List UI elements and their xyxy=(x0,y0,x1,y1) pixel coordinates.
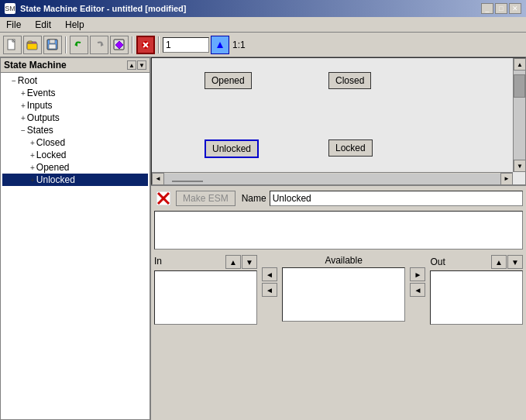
state-closed[interactable]: Closed xyxy=(328,72,371,89)
step-add-button[interactable] xyxy=(211,36,229,54)
tree-node-outputs[interactable]: + Outputs xyxy=(2,112,148,124)
make-esm-button[interactable]: Make ESM xyxy=(176,191,235,206)
canvas-vscrollbar[interactable]: ▲ ▼ xyxy=(513,58,525,172)
out-down-btn[interactable]: ▼ xyxy=(507,255,523,269)
zoom-label: 1:1 xyxy=(232,40,246,50)
name-label: Name xyxy=(242,193,266,204)
state-unlocked[interactable]: Unlocked xyxy=(205,139,259,158)
undo-button[interactable] xyxy=(70,36,88,54)
menu-edit[interactable]: Edit xyxy=(32,19,54,31)
stop-button[interactable] xyxy=(136,36,155,54)
title-bar: SM State Machine Editor - untitled [modi… xyxy=(0,0,526,17)
menu-help[interactable]: Help xyxy=(62,19,88,31)
right-panel: Opened Closed Unlocked Locked ▲ ▼ ◄ xyxy=(151,57,526,420)
separator-3 xyxy=(158,36,160,53)
window-controls: _ □ ✕ xyxy=(481,3,521,14)
tree-header-label: State Machine xyxy=(4,60,67,71)
tree-body: − Root + Events + Inputs + Outputs − Sta… xyxy=(0,72,150,420)
in-listbox[interactable] xyxy=(154,270,257,325)
state-opened[interactable]: Opened xyxy=(205,72,252,89)
in-panel: In ▲ ▼ xyxy=(154,255,257,325)
tree-node-events[interactable]: + Events xyxy=(2,87,148,99)
separator-2 xyxy=(132,36,133,53)
out-label: Out xyxy=(430,256,445,267)
tree-header: State Machine ▲ ▼ xyxy=(0,57,150,72)
canvas-hscrollbar[interactable]: ◄ ► xyxy=(152,172,513,184)
hscroll-right-btn[interactable]: ► xyxy=(500,173,513,185)
move-from-out-btn[interactable]: ◄ xyxy=(410,283,425,297)
redo-button[interactable] xyxy=(90,36,108,54)
in-down-btn[interactable]: ▼ xyxy=(242,255,257,269)
tree-node-locked[interactable]: + Locked xyxy=(2,149,148,161)
app-icon: SM xyxy=(5,3,15,14)
tree-node-states[interactable]: − States xyxy=(2,124,148,136)
available-listbox[interactable] xyxy=(282,267,405,322)
svg-rect-4 xyxy=(27,43,37,50)
vscroll-down-btn[interactable]: ▼ xyxy=(514,160,526,172)
state-locked[interactable]: Locked xyxy=(328,139,373,157)
vscroll-track[interactable] xyxy=(514,71,525,160)
available-label: Available xyxy=(325,255,362,266)
transitions-row: In ▲ ▼ ◄ ◄ Available xyxy=(154,255,523,325)
delete-button[interactable] xyxy=(154,189,173,208)
tree-node-closed[interactable]: + Closed xyxy=(2,136,148,149)
in-up-btn[interactable]: ▲ xyxy=(225,255,241,269)
vscroll-up-btn[interactable]: ▲ xyxy=(514,58,526,71)
new-button[interactable] xyxy=(3,36,22,54)
out-listbox[interactable] xyxy=(430,270,523,325)
move-left-btn[interactable]: ◄ xyxy=(262,283,277,297)
tree-node-inputs[interactable]: + Inputs xyxy=(2,99,148,112)
move-right-btn[interactable]: ◄ xyxy=(262,267,277,281)
out-panel: Out ▲ ▼ xyxy=(430,255,523,325)
move-to-out-btn[interactable]: ► xyxy=(410,267,425,281)
in-arrows: ◄ ◄ xyxy=(260,255,279,297)
menu-file[interactable]: File xyxy=(3,19,24,31)
toolbar: 1:1 xyxy=(0,33,526,57)
svg-marker-15 xyxy=(217,42,223,48)
tree-node-opened[interactable]: + Opened xyxy=(2,161,148,174)
tree-node-root[interactable]: − Root xyxy=(2,74,148,87)
step-input[interactable] xyxy=(163,37,209,53)
hscroll-left-btn[interactable]: ◄ xyxy=(152,173,164,185)
out-arrows: ► ◄ xyxy=(408,255,427,297)
available-panel: Available xyxy=(282,255,405,322)
tree-node-unlocked[interactable]: + Unlocked xyxy=(2,174,148,186)
separator-1 xyxy=(65,36,67,53)
name-input[interactable] xyxy=(270,191,523,206)
close-btn[interactable]: ✕ xyxy=(509,3,521,14)
menu-bar: File Edit Help xyxy=(0,17,526,33)
minimize-btn[interactable]: _ xyxy=(481,3,493,14)
svg-rect-6 xyxy=(50,40,55,43)
save-button[interactable] xyxy=(43,36,62,54)
main-content: State Machine ▲ ▼ − Root + Events + Inpu… xyxy=(0,57,526,420)
in-label: In xyxy=(154,256,162,267)
tree-collapse-btn[interactable]: ▲ xyxy=(127,60,136,70)
canvas-area[interactable]: Opened Closed Unlocked Locked ▲ ▼ ◄ xyxy=(151,57,526,185)
window-title: State Machine Editor - untitled [modifie… xyxy=(20,4,187,13)
description-textarea[interactable] xyxy=(154,211,523,250)
open-button[interactable] xyxy=(23,36,42,54)
svg-rect-7 xyxy=(49,44,56,49)
tree-expand-btn[interactable]: ▼ xyxy=(137,60,146,70)
left-panel: State Machine ▲ ▼ − Root + Events + Inpu… xyxy=(0,57,151,420)
export-button[interactable] xyxy=(110,36,129,54)
maximize-btn[interactable]: □ xyxy=(495,3,507,14)
bottom-panel: Make ESM Name In ▲ ▼ xyxy=(151,185,526,328)
out-up-btn[interactable]: ▲ xyxy=(491,255,507,269)
bottom-toolbar: Make ESM Name xyxy=(154,189,523,208)
hscroll-track[interactable] xyxy=(164,174,500,184)
